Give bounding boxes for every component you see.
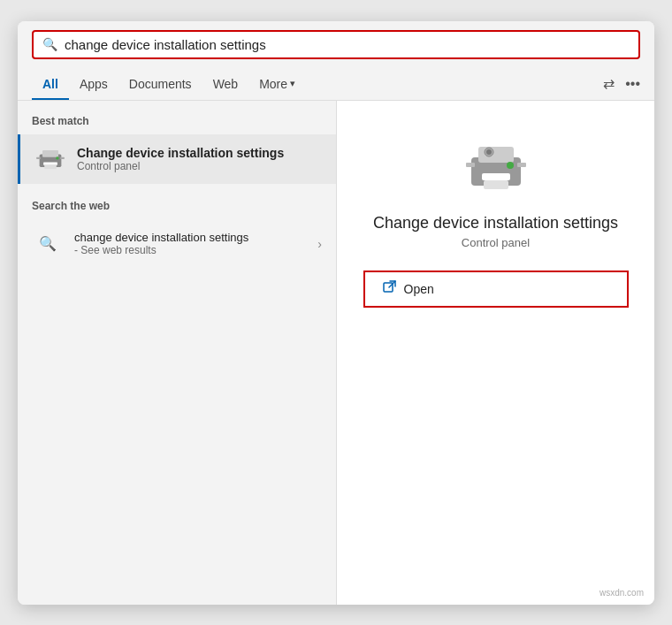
svg-point-15 (486, 149, 492, 155)
search-icon: 🔍 (42, 37, 57, 51)
tab-web[interactable]: Web (202, 68, 249, 100)
detail-subtitle: Control panel (462, 236, 530, 249)
svg-rect-13 (517, 163, 526, 167)
web-search-label: Search the web (18, 186, 336, 219)
share-icon[interactable]: ⇄ (603, 75, 615, 92)
web-item-sub: - See web results (74, 244, 307, 256)
svg-rect-4 (44, 164, 57, 169)
chevron-down-icon: ▾ (290, 78, 295, 89)
svg-point-3 (56, 156, 58, 159)
svg-rect-2 (43, 162, 57, 164)
tab-more[interactable]: More ▾ (248, 68, 306, 100)
search-box[interactable]: 🔍 change device installation settings (32, 30, 640, 59)
device-settings-icon (34, 143, 66, 175)
content-area: Best match (18, 101, 654, 605)
watermark: wsxdn.com (599, 588, 644, 598)
open-external-icon (383, 280, 397, 298)
svg-rect-1 (42, 149, 58, 156)
best-match-item[interactable]: Change device installation settings Cont… (18, 134, 336, 184)
web-item-text: change device installation settings - Se… (74, 231, 307, 256)
left-panel: Best match (18, 101, 336, 605)
web-search-item[interactable]: 🔍 change device installation settings - … (18, 219, 336, 269)
search-window: 🔍 change device installation settings Al… (18, 21, 654, 605)
svg-rect-12 (466, 163, 475, 167)
best-match-title: Change device installation settings (77, 146, 284, 160)
svg-rect-6 (60, 156, 65, 158)
tab-documents[interactable]: Documents (118, 68, 202, 100)
search-bar: 🔍 change device installation settings (18, 21, 654, 68)
web-search-icon: 🔍 (32, 228, 64, 260)
web-item-title: change device installation settings (74, 231, 307, 244)
search-input[interactable]: change device installation settings (65, 37, 630, 52)
right-panel: Change device installation settings Cont… (336, 101, 654, 605)
svg-rect-8 (478, 147, 514, 163)
more-options-icon[interactable]: ••• (625, 76, 640, 92)
svg-rect-9 (482, 173, 510, 180)
svg-rect-5 (36, 156, 41, 158)
tab-apps[interactable]: Apps (69, 68, 118, 100)
best-match-subtitle: Control panel (77, 160, 284, 172)
open-label: Open (404, 282, 434, 296)
nav-actions: ⇄ ••• (603, 75, 640, 92)
detail-device-icon (464, 136, 528, 200)
tab-all[interactable]: All (32, 68, 69, 100)
best-match-text: Change device installation settings Cont… (77, 146, 284, 172)
svg-point-10 (507, 162, 514, 169)
open-button[interactable]: Open (363, 271, 629, 308)
svg-rect-11 (484, 180, 508, 189)
web-item-arrow: › (317, 237, 322, 251)
detail-title: Change device installation settings (373, 214, 618, 232)
nav-tabs: All Apps Documents Web More ▾ ⇄ ••• (18, 68, 654, 101)
